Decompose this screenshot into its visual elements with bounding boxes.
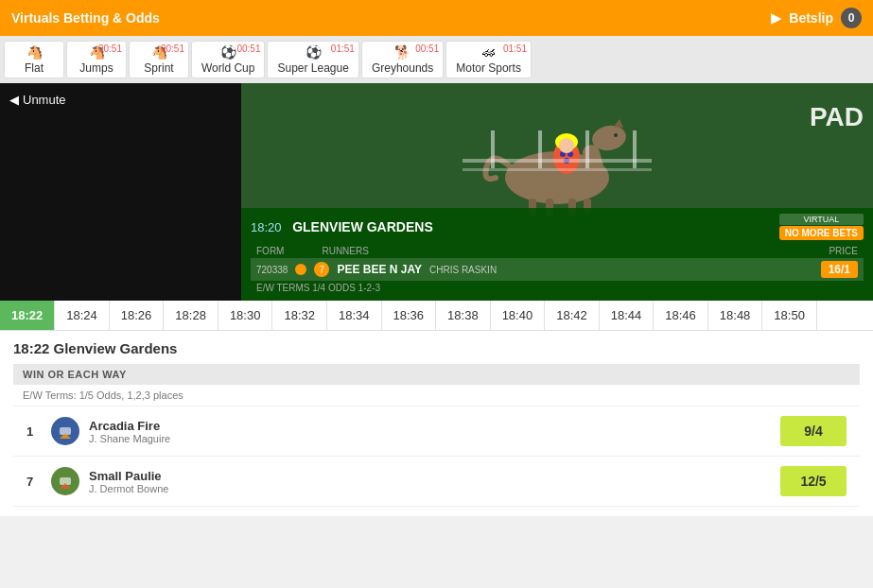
time-slot-1830[interactable]: 18:30: [218, 301, 273, 330]
time-slots-bar: 18:22 18:24 18:26 18:28 18:30 18:32 18:3…: [0, 301, 873, 331]
no-more-bets-container: VIRTUAL NO MORE BETS: [779, 214, 864, 240]
video-overlay: 18:20 GLENVIEW GARDENS VIRTUAL NO MORE B…: [241, 208, 873, 301]
pad-text: PAD: [810, 102, 864, 131]
horse-visual: [241, 83, 873, 225]
time-slot-1828[interactable]: 18:28: [164, 301, 218, 330]
tab-flat-label: Flat: [25, 61, 44, 75]
runner-7-jockey: J. Dermot Bowne: [89, 483, 771, 494]
video-area: ◀ Unmute: [0, 83, 873, 301]
no-more-bets-badge: NO MORE BETS: [779, 226, 864, 240]
flat-icon: 🐴: [26, 44, 43, 60]
svg-marker-3: [614, 119, 623, 128]
race-section-title: 18:22 Glenview Gardens: [13, 340, 860, 356]
tab-greyhounds-label: Greyhounds: [372, 61, 433, 75]
time-slot-1850[interactable]: 18:50: [762, 301, 817, 330]
sponsor-overlay: PAD: [810, 102, 864, 132]
runner-row-7: 7 Small Paulie J. Dermot Bowne 12/5: [13, 457, 860, 507]
jumps-timer: 00:51: [98, 43, 122, 54]
runner-1-details: Arcadia Fire J. Shane Maguire: [89, 419, 771, 444]
virtual-label: VIRTUAL: [779, 214, 864, 225]
svg-point-14: [559, 138, 574, 153]
runner-price: 16/1: [821, 261, 858, 278]
runner-1-silks: [51, 417, 79, 445]
time-slot-1838[interactable]: 18:38: [436, 301, 491, 330]
svg-rect-20: [633, 130, 637, 168]
video-runner-row: 720338 7 PEE BEE N JAY CHRIS RASKIN 16/1: [251, 258, 864, 281]
time-slot-1832[interactable]: 18:32: [272, 301, 327, 330]
betslip-count: 0: [841, 8, 862, 28]
runner-1-name: Arcadia Fire: [89, 419, 771, 433]
header: Virtuals Betting & Odds ▶ Betslip 0: [0, 0, 873, 36]
tab-motor-sports[interactable]: 01:51 🏎 Motor Sports: [445, 41, 532, 78]
unmute-label: Unmute: [23, 93, 66, 107]
tab-motor-sports-label: Motor Sports: [456, 61, 521, 75]
win-each-way-header: WIN OR EACH WAY: [13, 364, 860, 385]
chevron-right-icon: ▶: [771, 10, 781, 26]
price-header: PRICE: [829, 246, 858, 256]
sprint-timer: 00:51: [161, 43, 184, 54]
video-left-panel: ◀ Unmute: [0, 83, 241, 301]
race-ew-terms: E/W Terms: 1/5 Odds, 1,2,3 places: [13, 385, 860, 406]
time-slot-1846[interactable]: 18:46: [654, 301, 708, 330]
time-slot-1836[interactable]: 18:36: [382, 301, 437, 330]
runner-form: 720338: [256, 265, 288, 275]
svg-point-4: [614, 133, 618, 137]
betslip-button[interactable]: ▶ Betslip 0: [771, 8, 862, 28]
time-slot-1826[interactable]: 18:26: [110, 301, 165, 330]
tab-sprint[interactable]: 00:51 🐴 Sprint: [129, 41, 189, 78]
tab-flat[interactable]: 🐴 Flat: [4, 41, 64, 78]
race-header-left: 18:20 GLENVIEW GARDENS: [251, 219, 433, 234]
race-time: 18:20: [251, 220, 282, 234]
video-main: PAD 18:20 GLENVIEW GARDENS VIRTUAL NO MO…: [241, 83, 873, 301]
runner-7-odds-button[interactable]: 12/5: [780, 466, 847, 496]
unmute-button[interactable]: ◀ Unmute: [9, 93, 66, 107]
speaker-icon: ◀: [9, 93, 19, 107]
runner-1-jockey: J. Shane Maguire: [89, 433, 771, 444]
race-title: GLENVIEW GARDENS: [292, 219, 433, 234]
tab-jumps-label: Jumps: [79, 61, 113, 75]
tab-super-league[interactable]: 01:51 ⚽ Super League: [267, 41, 358, 78]
betslip-label: Betslip: [789, 10, 833, 26]
runner-jockey: CHRIS RASKIN: [429, 265, 497, 275]
super-league-icon: ⚽: [306, 44, 322, 60]
tab-jumps[interactable]: 00:51 🐴 Jumps: [66, 41, 127, 78]
time-slot-1834[interactable]: 18:34: [327, 301, 382, 330]
page-title: Virtuals Betting & Odds: [11, 10, 160, 26]
race-info-bar: 18:20 GLENVIEW GARDENS VIRTUAL NO MORE B…: [241, 208, 873, 301]
time-slot-1824[interactable]: 18:24: [55, 301, 110, 330]
svg-rect-16: [463, 168, 652, 171]
runner-7-number: 7: [26, 475, 42, 489]
motor-sports-timer: 01:51: [503, 43, 527, 54]
world-cup-timer: 00:51: [236, 43, 260, 54]
world-cup-icon: ⚽: [220, 44, 236, 60]
motor-sports-icon: 🏎: [482, 44, 496, 60]
runners-header: RUNNERS: [322, 246, 368, 256]
svg-rect-17: [491, 130, 495, 168]
race-section: 18:22 Glenview Gardens WIN OR EACH WAY E…: [0, 331, 873, 516]
tab-greyhounds[interactable]: 00:51 🐕 Greyhounds: [361, 41, 444, 78]
time-slot-1840[interactable]: 18:40: [491, 301, 546, 330]
runner-number-badge: 7: [314, 262, 329, 277]
time-slot-1844[interactable]: 18:44: [600, 301, 655, 330]
column-headers: FORM RUNNERS PRICE: [251, 244, 864, 258]
tab-world-cup[interactable]: 00:51 ⚽ World Cup: [191, 41, 265, 78]
runner-7-details: Small Paulie J. Dermot Bowne: [89, 469, 771, 494]
runner-row-1: 1 Arcadia Fire J. Shane Maguire 9/4: [13, 406, 860, 457]
race-header: 18:20 GLENVIEW GARDENS VIRTUAL NO MORE B…: [251, 214, 864, 240]
tab-world-cup-label: World Cup: [201, 61, 254, 75]
ew-terms: E/W TERMS 1/4 ODDS 1-2-3: [251, 281, 864, 295]
tab-sprint-label: Sprint: [144, 61, 173, 75]
form-header: FORM: [256, 246, 284, 256]
greyhounds-timer: 00:51: [415, 43, 439, 54]
time-slot-1842[interactable]: 18:42: [545, 301, 600, 330]
svg-rect-18: [538, 130, 542, 168]
greyhounds-icon: 🐕: [394, 44, 410, 60]
time-slot-1822[interactable]: 18:22: [0, 301, 55, 330]
runner-1-number: 1: [26, 424, 42, 439]
nav-tabs: 🐴 Flat 00:51 🐴 Jumps 00:51 🐴 Sprint 00:5…: [0, 36, 873, 83]
runner-1-odds-button[interactable]: 9/4: [780, 416, 847, 446]
runner-name: PEE BEE N JAY: [337, 263, 422, 276]
tab-super-league-label: Super League: [277, 61, 348, 75]
svg-rect-19: [585, 130, 589, 168]
time-slot-1848[interactable]: 18:48: [708, 301, 763, 330]
